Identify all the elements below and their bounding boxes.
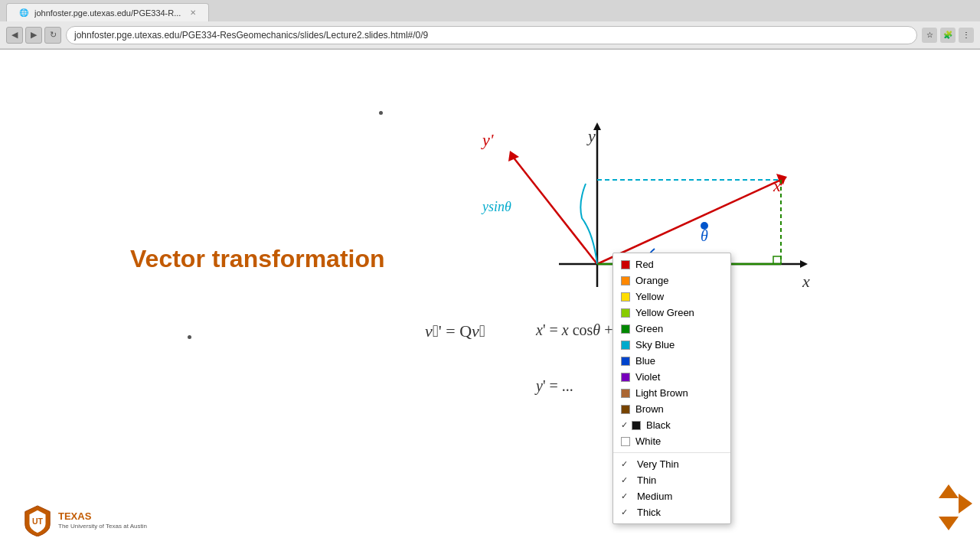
color-label-sky-blue: Sky Blue — [635, 339, 723, 350]
menu-item-brown[interactable]: Brown — [613, 401, 730, 417]
svg-rect-12 — [773, 256, 781, 264]
x-axis-label: x — [802, 272, 810, 292]
check-very-thin: ✓ — [621, 459, 632, 469]
nav-up-arrow[interactable] — [939, 484, 959, 498]
menu-item-yellow-green[interactable]: Yellow Green — [613, 305, 730, 321]
size-label-very-thin: Very Thin — [637, 458, 723, 470]
texas-shield-icon: UT — [23, 504, 52, 536]
menu-item-red[interactable]: Red — [613, 256, 730, 272]
menu-item-green[interactable]: Green — [613, 321, 730, 337]
menu-item-violet[interactable]: Violet — [613, 369, 730, 385]
texas-text-block: TEXAS The University of Texas at Austin — [58, 511, 147, 529]
size-section: ✓ Very Thin ✓ Thin ✓ Medium ✓ Thick — [613, 453, 730, 523]
menu-item-sky-blue[interactable]: Sky Blue — [613, 337, 730, 353]
theta-diagram-label: θ — [701, 227, 708, 245]
menu-item-very-thin[interactable]: ✓ Very Thin — [613, 456, 730, 472]
color-label-orange: Orange — [635, 275, 723, 286]
slide-area: Vector transformation y' y x' x ysinθ — [0, 50, 980, 551]
color-swatch-sky-blue — [621, 341, 630, 350]
forward-button[interactable]: ▶ — [25, 27, 42, 44]
dot-2 — [188, 335, 191, 339]
color-swatch-yellow-green — [621, 308, 630, 318]
y-axis-label: y — [588, 126, 596, 146]
svg-line-4 — [597, 180, 781, 264]
back-button[interactable]: ◀ — [6, 27, 23, 44]
texas-name: TEXAS — [58, 511, 147, 522]
menu-item-orange[interactable]: Orange — [613, 272, 730, 289]
color-swatch-green — [621, 324, 630, 334]
svg-line-6 — [513, 157, 597, 264]
texas-subtitle: The University of Texas at Austin — [58, 523, 147, 530]
ysin-label: ysinθ — [482, 199, 511, 215]
menu-item-thin[interactable]: ✓ Thin — [613, 472, 730, 488]
color-swatch-light-brown — [621, 389, 630, 398]
check-thin: ✓ — [621, 475, 632, 485]
color-swatch-yellow — [621, 292, 630, 302]
color-section: Red Orange Yellow Yellow Green Green Sky… — [613, 253, 730, 453]
context-menu: Red Orange Yellow Yellow Green Green Sky… — [612, 253, 731, 524]
nav-down-arrow[interactable] — [939, 517, 959, 530]
tab-bar: 🌐 johnfoster.pge.utexas.edu/PGE334-R... … — [0, 0, 980, 21]
menu-item-white[interactable]: White — [613, 433, 730, 449]
browser-chrome: 🌐 johnfoster.pge.utexas.edu/PGE334-R... … — [0, 0, 980, 50]
color-label-blue: Blue — [635, 355, 723, 367]
menu-item-black[interactable]: ✓ Black — [613, 417, 730, 433]
size-label-medium: Medium — [637, 491, 723, 502]
formula-y: y' = ... — [536, 377, 573, 395]
svg-marker-1 — [800, 260, 808, 268]
menu-item-light-brown[interactable]: Light Brown — [613, 385, 730, 401]
check-medium: ✓ — [621, 491, 632, 501]
check-thick: ✓ — [621, 507, 632, 517]
color-swatch-white — [621, 437, 630, 446]
menu-item-yellow[interactable]: Yellow — [613, 289, 730, 305]
svg-marker-7 — [508, 151, 519, 161]
color-swatch-orange — [621, 276, 630, 285]
color-label-brown: Brown — [635, 403, 723, 415]
extension-icon[interactable]: 🧩 — [940, 28, 956, 43]
nav-buttons: ◀ ▶ ↻ — [6, 27, 61, 44]
menu-item-blue[interactable]: Blue — [613, 353, 730, 369]
xprime-axis-label: x' — [773, 176, 784, 196]
reload-button[interactable]: ↻ — [44, 27, 61, 44]
menu-item-thick[interactable]: ✓ Thick — [613, 504, 730, 520]
yprime-axis-label: y' — [482, 130, 493, 150]
menu-icon[interactable]: ⋮ — [959, 28, 974, 43]
color-swatch-black — [632, 421, 641, 430]
slide-title: Vector transformation — [130, 245, 385, 273]
texas-logo: UT TEXAS The University of Texas at Aust… — [23, 504, 147, 536]
formula-v: v⃗' = Qv⃗ — [425, 321, 485, 341]
color-label-black: Black — [646, 419, 723, 431]
check-black: ✓ — [621, 420, 632, 430]
color-swatch-brown — [621, 405, 630, 414]
tab-label: johnfoster.pge.utexas.edu/PGE334-R... — [34, 8, 181, 18]
browser-icons: ☆ 🧩 ⋮ — [922, 28, 974, 43]
star-icon[interactable]: ☆ — [922, 28, 937, 43]
menu-item-medium[interactable]: ✓ Medium — [613, 488, 730, 504]
color-label-yellow: Yellow — [635, 291, 723, 302]
color-label-violet: Violet — [635, 371, 723, 383]
color-label-red: Red — [635, 259, 723, 270]
size-label-thick: Thick — [637, 507, 723, 518]
color-swatch-red — [621, 260, 630, 269]
dot-1 — [379, 111, 383, 115]
color-label-light-brown: Light Brown — [635, 387, 723, 399]
browser-tab[interactable]: 🌐 johnfoster.pge.utexas.edu/PGE334-R... … — [6, 3, 209, 21]
color-swatch-violet — [621, 373, 630, 382]
color-swatch-blue — [621, 357, 630, 366]
nav-right-arrow[interactable] — [959, 494, 972, 514]
color-label-white: White — [635, 435, 723, 447]
color-label-green: Green — [635, 323, 723, 334]
svg-text:UT: UT — [32, 517, 44, 526]
size-label-thin: Thin — [637, 474, 723, 486]
browser-toolbar: ◀ ▶ ↻ johnfoster.pge.utexas.edu/PGE334-R… — [0, 21, 980, 49]
address-bar[interactable]: johnfoster.pge.utexas.edu/PGE334-ResGeom… — [66, 26, 917, 44]
color-label-yellow-green: Yellow Green — [635, 307, 723, 318]
url-text: johnfoster.pge.utexas.edu/PGE334-ResGeom… — [74, 30, 428, 41]
